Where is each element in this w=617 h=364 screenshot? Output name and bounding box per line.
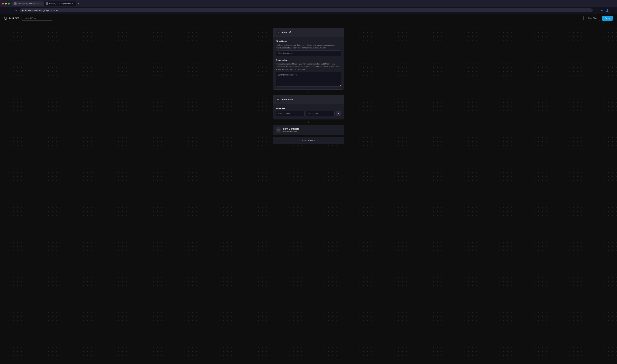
variables-label: Variables [276,107,341,110]
add-var-icon: + [338,112,339,115]
flow-name-label: Flow Name [276,40,341,42]
flow-name-field-input[interactable] [276,50,341,56]
flow-name-field-group: Flow Name It is important to give your f… [276,40,341,56]
flow-blocks: ℹ Flow Info Flow Name It is important to… [273,28,344,144]
variables-field-group: Variables + [276,107,341,116]
info-icon-glyph: ℹ [278,31,279,34]
extensions-icon[interactable]: ⊞ [600,8,604,13]
header-left: BUILDER [4,16,53,21]
add-block-chevron: ∨ [314,140,315,142]
connector-arrow-2: ↓ [308,119,309,125]
description-field-input[interactable] [276,72,341,87]
address-bar[interactable]: 🔒 localhost:3000/settings/agents/builder [19,8,593,12]
new-flow-button[interactable]: + New Flow [583,16,600,21]
close-traffic-light[interactable] [2,3,4,5]
tab-title-2: Create your first agent flow [49,3,70,5]
url-text: localhost:3000/settings/agents/builder [25,9,591,12]
flow-start-title: Flow Start [282,98,293,101]
flow-name-input[interactable] [22,16,53,21]
bookmark-icon[interactable]: ☆ [594,8,599,13]
flow-start-card-header: ▶ Flow Start [273,95,344,104]
flow-start-card-body: Variables + [273,104,344,119]
forward-button[interactable]: › [8,8,12,13]
connector-arrow-1: ↓ [308,90,309,95]
header-right: + New Flow Save [583,16,613,21]
complete-icon-glyph: ⬛ [277,129,280,131]
minimize-traffic-light[interactable] [5,3,7,5]
new-tab-button[interactable]: + [76,1,81,6]
tab-close-2[interactable]: × [71,2,74,5]
save-button[interactable]: Save [602,16,613,21]
browser-tab-1[interactable]: AnythingLM | Your persona × [12,1,44,6]
description-field-group: Description It is equally important to g… [276,59,341,87]
save-label: Save [605,17,610,19]
add-block-button[interactable]: + Add Block ∨ [273,137,344,144]
flow-info-card: ℹ Flow Info Flow Name It is important to… [273,28,344,90]
tab-favicon-1 [14,2,16,5]
profile-icon[interactable]: 👤 [605,8,610,13]
new-flow-label: + New Flow [586,17,597,19]
menu-icon[interactable]: ⋮ [611,8,615,13]
initial-value-input[interactable] [306,111,334,116]
builder-logo: BUILDER [4,16,20,20]
reload-button[interactable]: ↻ [14,8,18,13]
tab-title-1: AnythingLM | Your persona [17,3,39,5]
description-hint: It is equally important to give your flo… [276,63,341,71]
flow-info-card-header: ℹ Flow Info [273,28,344,37]
flow-complete-title: Flow Complete [283,128,299,130]
flow-start-card: ▶ Flow Start Variables + [273,95,344,119]
flow-complete-icon: ⬛ [276,127,281,132]
description-label: Description [276,59,341,61]
add-block-label: + Add Block [302,139,313,142]
flow-info-card-body: Flow Name It is important to give your f… [273,37,344,90]
flow-info-title: Flow Info [282,31,292,34]
maximize-traffic-light[interactable] [8,3,10,5]
variables-row: + [276,111,341,116]
app-header: BUILDER + New Flow Save [0,14,617,23]
flow-start-icon: ▶ [276,97,281,102]
flow-complete-subtitle: Flow will end here [283,130,299,132]
window-controls: ⌄ [613,2,615,5]
lock-icon: 🔒 [22,9,24,12]
variable-name-input[interactable] [276,111,305,116]
tabs-bar: AnythingLM | Your persona × Create your … [12,1,611,6]
flow-complete-text: Flow Complete Flow will end here [283,128,299,132]
flow-name-hint: It is important to give your flow a name… [276,44,341,49]
flow-info-icon: ℹ [276,30,281,35]
add-variable-button[interactable]: + [336,111,341,116]
traffic-lights [2,3,10,5]
tab-favicon-2 [46,2,48,5]
toolbar-actions: ☆ ⊞ 👤 ⋮ [594,8,615,13]
back-button[interactable]: ‹ [2,8,6,13]
logo-icon [4,16,8,20]
browser-tab-2[interactable]: Create your first agent flow × [44,1,76,6]
play-icon-glyph: ▶ [277,98,279,101]
browser-toolbar: ‹ › ↻ 🔒 localhost:3000/settings/agents/b… [0,7,617,14]
browser-titlebar: AnythingLM | Your persona × Create your … [0,0,617,7]
tab-close-1[interactable]: × [40,2,42,5]
main-canvas: ℹ Flow Info Flow Name It is important to… [0,23,617,364]
flow-complete-card: ⬛ Flow Complete Flow will end here [273,125,344,135]
browser-chrome: AnythingLM | Your persona × Create your … [0,0,617,14]
builder-label: BUILDER [9,17,20,19]
